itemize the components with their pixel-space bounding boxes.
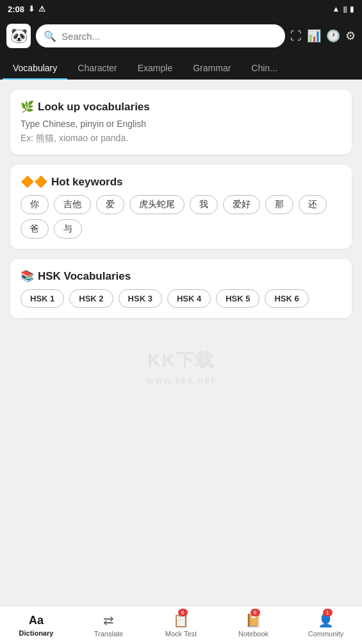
community-label: Community: [308, 630, 344, 638]
hsk-pill-4[interactable]: HSK 4: [167, 289, 211, 308]
keyword-pill-7[interactable]: 还: [299, 195, 327, 214]
tab-grammar[interactable]: Grammar: [183, 58, 241, 80]
bottom-nav: Aa Dictionary ⇄ Translate 6 📋 Mock Test …: [0, 606, 362, 644]
time-display: 2:08: [8, 4, 24, 14]
hsk-card: 📚 HSK Vocabularies HSK 1 HSK 2 HSK 3 HSK…: [10, 259, 352, 318]
nav-dictionary[interactable]: Aa Dictionary: [0, 606, 72, 644]
lookup-icon: 🌿: [21, 100, 34, 114]
nav-community[interactable]: 1 👤 Community: [290, 606, 362, 644]
hot-keywords-title: 🔶🔶 Hot keywords: [21, 175, 341, 189]
watermark-line1: KK下载: [147, 348, 214, 373]
signal-icon: |||: [343, 5, 347, 13]
top-bar: 🐼 🔍 ⛶ 📊 🕐 ⚙: [0, 18, 362, 54]
hsk-pill-2[interactable]: HSK 2: [69, 289, 113, 308]
settings-icon[interactable]: ⚙: [345, 29, 356, 43]
search-bar[interactable]: 🔍: [36, 24, 285, 47]
top-action-icons: ⛶ 📊 🕐 ⚙: [290, 29, 356, 43]
hot-keywords-card: 🔶🔶 Hot keywords 你 吉他 爱 虎头蛇尾 我 爱好 那 还 爸 与: [10, 165, 352, 249]
notebook-badge: 6: [251, 609, 260, 616]
download-icon: ⬇: [28, 4, 35, 13]
hot-keywords-icon: 🔶🔶: [21, 175, 47, 189]
nav-mock-test[interactable]: 6 📋 Mock Test: [145, 606, 217, 644]
keyword-pill-6[interactable]: 那: [265, 195, 293, 214]
translate-label: Translate: [94, 630, 123, 638]
hsk-pill-3[interactable]: HSK 3: [119, 289, 162, 308]
wifi-icon: ▲: [333, 4, 340, 13]
keyword-pill-4[interactable]: 我: [190, 195, 218, 214]
watermark-line2: www.kkx.net: [147, 375, 215, 386]
status-icons: ▲ ||| ▮: [333, 4, 354, 13]
keyword-pill-8[interactable]: 爸: [21, 219, 49, 239]
notebook-label: Notebook: [238, 630, 268, 638]
search-input[interactable]: [62, 31, 277, 42]
main-content: 🌿 Look up vocabularies Type Chinese, pin…: [0, 80, 362, 606]
fullscreen-icon[interactable]: ⛶: [290, 30, 302, 43]
chart-icon[interactable]: 📊: [307, 29, 321, 43]
watermark: KK下载 www.kkx.net: [10, 328, 352, 405]
status-bar: 2:08 ⬇ ⚠ ▲ ||| ▮: [0, 0, 362, 18]
keywords-pills-row: 你 吉他 爱 虎头蛇尾 我 爱好 那 还 爸 与: [21, 195, 341, 239]
hsk-icon: 📚: [21, 269, 34, 283]
tab-chinese[interactable]: Chin...: [241, 58, 287, 80]
keyword-pill-1[interactable]: 吉他: [54, 195, 91, 214]
translate-icon: ⇄: [103, 613, 114, 628]
community-badge: 1: [323, 609, 333, 616]
lookup-subtitle: Type Chinese, pinyin or English: [21, 119, 341, 129]
tab-character[interactable]: Character: [67, 58, 127, 80]
keyword-pill-0[interactable]: 你: [21, 195, 49, 214]
keyword-pill-3[interactable]: 虎头蛇尾: [129, 195, 185, 214]
app-logo: 🐼: [6, 24, 31, 48]
lookup-card: 🌿 Look up vocabularies Type Chinese, pin…: [10, 90, 352, 155]
nav-tabs: Vocabulary Character Example Grammar Chi…: [0, 54, 362, 80]
keyword-pill-5[interactable]: 爱好: [223, 195, 260, 214]
tab-vocabulary[interactable]: Vocabulary: [3, 58, 67, 80]
hsk-pills-row: HSK 1 HSK 2 HSK 3 HSK 4 HSK 5 HSK 6: [21, 289, 341, 308]
lookup-example: Ex: 熊猫, xiomao or panda.: [21, 133, 341, 144]
tab-example[interactable]: Example: [128, 58, 183, 80]
status-time: 2:08 ⬇ ⚠: [8, 4, 45, 14]
history-icon[interactable]: 🕐: [326, 29, 340, 43]
nav-notebook[interactable]: 6 📔 Notebook: [217, 606, 290, 644]
mock-test-label: Mock Test: [165, 630, 197, 638]
panda-icon: 🐼: [10, 29, 28, 43]
notification-icon: ⚠: [38, 4, 45, 13]
nav-translate[interactable]: ⇄ Translate: [72, 606, 145, 644]
battery-icon: ▮: [350, 4, 354, 13]
hsk-pill-5[interactable]: HSK 5: [216, 289, 259, 308]
hsk-title: 📚 HSK Vocabularies: [21, 269, 341, 283]
dictionary-label: Dictionary: [19, 629, 54, 637]
mock-test-badge: 6: [178, 609, 188, 616]
hsk-pill-6[interactable]: HSK 6: [265, 289, 308, 308]
dictionary-icon: Aa: [29, 614, 44, 627]
hsk-pill-1[interactable]: HSK 1: [21, 289, 64, 308]
keyword-pill-9[interactable]: 与: [54, 219, 82, 239]
search-icon: 🔍: [44, 30, 56, 42]
keyword-pill-2[interactable]: 爱: [96, 195, 124, 214]
lookup-title: 🌿 Look up vocabularies: [21, 100, 341, 114]
